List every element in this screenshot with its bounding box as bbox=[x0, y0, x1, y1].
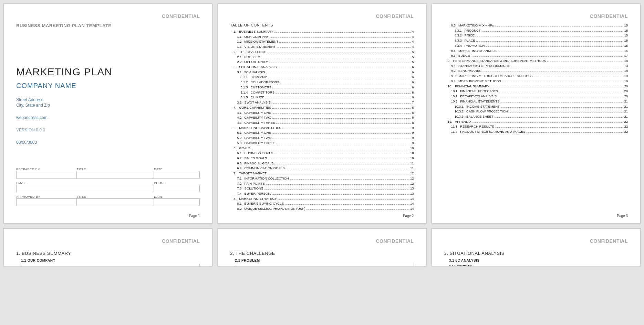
toc-row[interactable]: 9.4MEASUREMENT METHODS19 bbox=[444, 79, 628, 84]
toc-row[interactable]: 9.3MARKETING METRICS TO MEASURE SUCCESS1… bbox=[444, 74, 628, 79]
page-6-analysis: CONFIDENTIAL 3. SITUATIONAL ANALYSIS 3.1… bbox=[432, 228, 641, 266]
section-heading: 3. SITUATIONAL ANALYSIS bbox=[444, 251, 628, 256]
approved-date-field[interactable] bbox=[154, 198, 200, 206]
toc-label: 5C ANALYSIS bbox=[242, 70, 265, 75]
toc-row[interactable]: 3.1.4COMPETITORS6 bbox=[230, 90, 414, 95]
toc-page: 12 bbox=[410, 171, 414, 176]
toc-row[interactable]: 10.3.3BALANCE SHEET21 bbox=[444, 114, 628, 119]
toc-row[interactable]: 8.4MARKETING CHANNELS16 bbox=[444, 48, 628, 54]
toc-row[interactable]: 5.1CAPABILITY ONE9 bbox=[230, 130, 414, 136]
toc-row[interactable]: 6.2SALES GOALS10 bbox=[230, 156, 414, 161]
toc-label: STANDARDS OF PERFORMANCE bbox=[456, 64, 510, 69]
toc-leader bbox=[511, 67, 623, 67]
toc-row[interactable]: 4.CORE CAPABILITIES8 bbox=[230, 105, 414, 110]
toc-number: 5.1 bbox=[237, 130, 241, 136]
toc-row[interactable]: 6.1BUSINESS GOALS10 bbox=[230, 151, 414, 156]
page-number: Page 3 bbox=[617, 214, 628, 218]
toc-row[interactable]: 8.MARKETING STRATEGY14 bbox=[230, 196, 414, 202]
toc-leader bbox=[266, 98, 411, 98]
toc-row[interactable]: 8.3.1PRODUCT15 bbox=[444, 28, 628, 33]
approved-title-field[interactable] bbox=[77, 198, 154, 206]
toc-row[interactable]: 3.1.3CUSTOMERS6 bbox=[230, 85, 414, 90]
toc-row[interactable]: 7.1INFORMATION COLLECTION12 bbox=[230, 176, 414, 181]
toc-leader bbox=[498, 52, 623, 52]
toc-row[interactable]: 4.1CAPABILITY ONE8 bbox=[230, 110, 414, 116]
toc-row[interactable]: 5.MARKETING CAPABILITIES9 bbox=[230, 126, 414, 131]
toc-page: 17 bbox=[624, 53, 628, 58]
toc-row[interactable]: 8.3.2PRICE15 bbox=[444, 33, 628, 38]
toc-row[interactable]: 10.3.1INCOME STATEMENT21 bbox=[444, 104, 628, 109]
toc-row[interactable]: 8.3.3PLACE15 bbox=[444, 38, 628, 43]
toc-row[interactable]: 10.FINANCIAL SUMMARY20 bbox=[444, 84, 628, 89]
toc-row[interactable]: 10.1FINANCIAL FORECASTS20 bbox=[444, 89, 628, 94]
toc-row[interactable]: 7.4BUYER PERSONA13 bbox=[230, 191, 414, 196]
toc-row[interactable]: 11.2PRODUCT SPECIFICATIONS AND IMAGES22 bbox=[444, 129, 628, 134]
toc-row[interactable]: 9.PERFORMANCE STANDARDS & MEASUREMENT ME… bbox=[444, 58, 628, 64]
toc-list: 1.BUSINESS SUMMARY41.1OUR COMPANY41.2MIS… bbox=[230, 29, 414, 212]
email-field[interactable] bbox=[16, 185, 154, 192]
toc-row[interactable]: 9.1STANDARDS OF PERFORMANCE18 bbox=[444, 64, 628, 69]
toc-row[interactable]: 6.3FINANCIAL GOALS11 bbox=[230, 161, 414, 166]
toc-row[interactable]: 10.3FINANCIAL STATEMENTS21 bbox=[444, 99, 628, 104]
toc-leader bbox=[266, 184, 409, 185]
toc-row[interactable]: 3.1.1COMPANY6 bbox=[230, 75, 414, 80]
toc-row[interactable]: 8.3MARKETING MIX – 4Ps15 bbox=[444, 23, 628, 28]
toc-row[interactable]: 1.3VISION STATEMENT4 bbox=[230, 44, 414, 50]
toc-row[interactable]: 3.SITUATIONAL ANALYSIS6 bbox=[230, 65, 414, 70]
toc-row[interactable]: 7.TARGET MARKET12 bbox=[230, 171, 414, 176]
toc-row[interactable]: 5.2CAPABILITY TWO9 bbox=[230, 136, 414, 141]
content-box[interactable] bbox=[235, 264, 414, 266]
toc-label: BUDGET bbox=[456, 53, 472, 58]
toc-row[interactable]: 2.THE CHALLENGE5 bbox=[230, 50, 414, 55]
toc-row[interactable]: 4.3CAPABILITY THREE8 bbox=[230, 120, 414, 126]
toc-row[interactable]: 3.1.2COLLABORATORS6 bbox=[230, 80, 414, 85]
toc-row[interactable]: 8.1BUYER'S BUYING CYCLE14 bbox=[230, 201, 414, 206]
prepared-by-field[interactable] bbox=[16, 171, 77, 178]
toc-row[interactable]: 8.2UNIQUE SELLING PROPOSITION (USP)14 bbox=[230, 206, 414, 212]
toc-number: 3.1.2 bbox=[240, 80, 248, 85]
toc-row[interactable]: 11.1RESEARCH RESULTS22 bbox=[444, 124, 628, 129]
toc-label: BUYER PERSONA bbox=[242, 191, 273, 196]
toc-label: MARKETING MIX – 4Ps bbox=[456, 23, 494, 28]
toc-row[interactable]: 8.5BUDGET17 bbox=[444, 53, 628, 58]
content-box[interactable] bbox=[21, 264, 200, 266]
toc-row[interactable]: 1.BUSINESS SUMMARY4 bbox=[230, 29, 414, 34]
toc-row[interactable]: 3.2SWOT ANALYSIS7 bbox=[230, 100, 414, 105]
toc-row[interactable]: 7.3SOLUTIONS13 bbox=[230, 186, 414, 191]
toc-list: 8.3MARKETING MIX – 4Ps158.3.1PRODUCT158.… bbox=[444, 23, 628, 134]
toc-row[interactable]: 2.2OPPORTUNITY5 bbox=[230, 59, 414, 65]
toc-label: CAPABILITY TWO bbox=[242, 115, 272, 120]
prepared-title-field[interactable] bbox=[77, 171, 154, 178]
label-approved-date: DATE bbox=[154, 195, 200, 198]
toc-number: 8.3 bbox=[451, 23, 456, 28]
toc-row[interactable]: 1.2MISSION STATEMENT4 bbox=[230, 39, 414, 44]
toc-number: 7.3 bbox=[237, 186, 241, 191]
toc-row[interactable]: 8.3.4PROMOTION15 bbox=[444, 43, 628, 48]
toc-label: COMPANY bbox=[248, 75, 267, 80]
prepared-date-field[interactable] bbox=[154, 171, 200, 178]
toc-label: FINANCIAL SUMMARY bbox=[452, 84, 489, 89]
toc-row[interactable]: 6.4COMMUNICATION GOALS11 bbox=[230, 166, 414, 171]
toc-row[interactable]: 10.2BREAKEVEN ANALYSIS20 bbox=[444, 94, 628, 99]
toc-page: 10 bbox=[410, 156, 414, 161]
toc-row[interactable]: 9.2BENCHMARKS18 bbox=[444, 68, 628, 74]
approved-by-field[interactable] bbox=[16, 198, 77, 206]
toc-row[interactable]: 6.GOALS10 bbox=[230, 146, 414, 151]
toc-row[interactable]: 1.1OUR COMPANY4 bbox=[230, 34, 414, 40]
toc-number: 7.4 bbox=[237, 191, 241, 196]
page-3-toc: CONFIDENTIAL 8.3MARKETING MIX – 4Ps158.3… bbox=[432, 3, 641, 224]
phone-field[interactable] bbox=[154, 185, 200, 192]
toc-number: 5.2 bbox=[237, 136, 241, 141]
toc-leader bbox=[277, 47, 411, 48]
toc-row[interactable]: 10.3.2CASH FLOW PROJECTION21 bbox=[444, 109, 628, 114]
toc-row[interactable]: 4.2CAPABILITY TWO8 bbox=[230, 115, 414, 120]
toc-number: 9.1 bbox=[451, 64, 456, 69]
toc-row[interactable]: 11.APPENDIX22 bbox=[444, 119, 628, 124]
toc-label: CAPABILITY ONE bbox=[242, 130, 271, 136]
toc-row[interactable]: 3.15C ANALYSIS6 bbox=[230, 70, 414, 75]
toc-page: 15 bbox=[624, 33, 628, 38]
toc-row[interactable]: 2.1PROBLEM5 bbox=[230, 55, 414, 60]
toc-row[interactable]: 7.2PAIN POINTS12 bbox=[230, 181, 414, 186]
toc-row[interactable]: 3.1.5CLIMATE6 bbox=[230, 95, 414, 100]
toc-row[interactable]: 5.3CAPABILITY THREE9 bbox=[230, 141, 414, 146]
